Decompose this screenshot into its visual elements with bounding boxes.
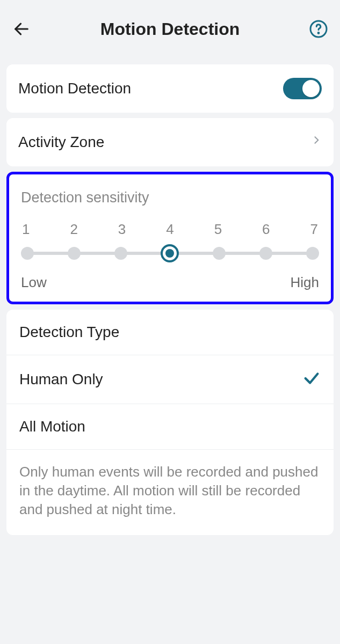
sensitivity-level-4: 4 (166, 221, 173, 238)
header: Motion Detection (0, 0, 340, 59)
activity-zone-card[interactable]: Activity Zone (6, 118, 334, 166)
sensitivity-track[interactable] (21, 245, 319, 261)
sensitivity-low-label: Low (21, 274, 47, 291)
help-button[interactable] (307, 17, 330, 41)
detection-type-all-motion[interactable]: All Motion (6, 404, 334, 449)
motion-detection-toggle[interactable] (283, 78, 322, 99)
sensitivity-level-3: 3 (118, 221, 126, 238)
back-button[interactable] (10, 17, 33, 41)
sensitivity-level-labels: 1 2 3 4 5 6 7 (21, 221, 319, 238)
sensitivity-dot-6[interactable] (259, 247, 272, 260)
detection-type-card: Detection Type Human Only All Motion Onl… (6, 310, 334, 535)
sensitivity-dot-4-selected[interactable] (161, 244, 179, 262)
human-only-label: Human Only (19, 371, 103, 388)
motion-detection-toggle-card: Motion Detection (6, 64, 334, 113)
svg-point-2 (318, 33, 319, 34)
help-icon (309, 19, 328, 39)
sensitivity-dot-1[interactable] (21, 247, 34, 260)
detection-sensitivity-title: Detection sensitivity (19, 182, 321, 221)
sensitivity-dot-7[interactable] (306, 247, 319, 260)
detection-sensitivity-card: Detection sensitivity 1 2 3 4 5 6 7 (6, 172, 334, 304)
motion-detection-row: Motion Detection (6, 64, 334, 113)
sensitivity-level-6: 6 (262, 221, 270, 238)
activity-zone-label: Activity Zone (18, 134, 104, 151)
sensitivity-dot-2[interactable] (68, 247, 81, 260)
sensitivity-level-1: 1 (22, 221, 30, 238)
sensitivity-slider[interactable]: 1 2 3 4 5 6 7 Low High (19, 221, 321, 291)
motion-detection-screen: Motion Detection Motion Detection Activi… (0, 0, 340, 644)
sensitivity-high-label: High (291, 274, 319, 291)
motion-detection-label: Motion Detection (18, 80, 131, 97)
toggle-knob (302, 80, 320, 97)
detection-type-human-only[interactable]: Human Only (6, 355, 334, 404)
check-icon (302, 369, 321, 390)
detection-type-description: Only human events will be recorded and p… (6, 449, 334, 535)
chevron-right-icon (311, 132, 322, 152)
sensitivity-dot-3[interactable] (114, 247, 127, 260)
page-title: Motion Detection (33, 19, 307, 39)
sensitivity-level-5: 5 (214, 221, 222, 238)
sensitivity-dot-5[interactable] (213, 247, 226, 260)
activity-zone-row: Activity Zone (6, 118, 334, 166)
sensitivity-level-7: 7 (310, 221, 318, 238)
detection-type-header: Detection Type (6, 310, 334, 355)
all-motion-label: All Motion (19, 418, 85, 435)
sensitivity-range-labels: Low High (21, 274, 319, 291)
arrow-left-icon (12, 20, 31, 38)
sensitivity-level-2: 2 (70, 221, 77, 238)
